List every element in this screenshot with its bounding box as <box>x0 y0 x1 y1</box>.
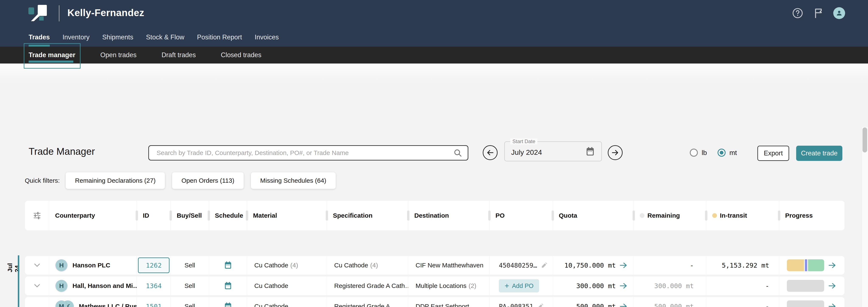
column-header-specification[interactable]: Specification <box>327 201 408 230</box>
table-row[interactable]: H Hall, Hanson and Mi… 1364 Sell Cu Cath… <box>25 276 844 295</box>
column-header-schedule[interactable]: Schedule <box>209 201 247 230</box>
filter-open-orders[interactable]: Open Orders (113) <box>172 172 244 189</box>
column-header-material[interactable]: Material <box>247 201 327 230</box>
quota-arrow-icon[interactable] <box>620 303 627 307</box>
progress-segment <box>787 259 804 271</box>
quota-cell: 300.000 mt <box>553 276 633 295</box>
export-button[interactable]: Export <box>757 146 789 161</box>
buy-sell-cell: Sell <box>170 256 209 275</box>
tab-open-trades[interactable]: Open trades <box>100 51 137 59</box>
unit-option-lb[interactable]: lb <box>690 149 707 157</box>
open-row-arrow-icon[interactable] <box>828 262 836 269</box>
arrow-right-icon <box>611 149 619 157</box>
add-po-button[interactable]: Add PO <box>499 279 539 293</box>
calendar-icon <box>224 302 232 307</box>
edit-po-icon[interactable] <box>541 262 547 269</box>
main-content: Trade Manager Start Date July 2024 <box>0 64 868 307</box>
vertical-scrollbar[interactable] <box>862 127 868 307</box>
nav-item-stock-flow[interactable]: Stock & Flow <box>146 33 184 46</box>
trade-id-cell[interactable]: 1262 <box>137 256 170 275</box>
header-divider <box>59 5 59 22</box>
column-header-in-transit[interactable]: In-transit <box>706 201 779 230</box>
counterparty-cell: H Hanson PLC <box>49 256 137 275</box>
counterparty-name: Mathews LLC / Russ… <box>79 303 137 307</box>
flag-icon[interactable] <box>812 7 824 19</box>
trade-id-cell[interactable]: 1364 <box>137 276 170 295</box>
nav-item-inventory[interactable]: Inventory <box>63 33 90 46</box>
help-icon[interactable] <box>792 7 804 19</box>
table-row[interactable]: M K Mathews LLC / Russ… 1501 Sell Cu Cat… <box>25 297 844 307</box>
schedule-cell[interactable] <box>209 276 247 295</box>
column-header-destination[interactable]: Destination <box>408 201 489 230</box>
counterparty-avatar: H <box>56 259 67 271</box>
logo-icon <box>27 4 48 22</box>
account-avatar-icon[interactable] <box>833 7 845 19</box>
scrollbar-thumb[interactable] <box>863 128 867 152</box>
expand-row-button[interactable] <box>25 276 49 295</box>
edit-po-icon[interactable] <box>537 303 544 307</box>
tab-trade-manager[interactable]: Trade manager <box>29 51 75 59</box>
schedule-cell[interactable] <box>209 297 247 307</box>
unit-toggle-group: lb mt <box>690 149 737 157</box>
calendar-picker-icon[interactable] <box>586 147 595 157</box>
radio-lb[interactable] <box>690 149 698 157</box>
column-settings-button[interactable] <box>25 201 49 230</box>
table-row[interactable]: H Hanson PLC 1262 Sell Cu Cathode(4) Cu … <box>25 256 844 275</box>
app-title: Kelly-Fernandez <box>67 7 144 19</box>
tab-closed-trades[interactable]: Closed trades <box>221 51 261 59</box>
specification-cell: Cu Cathode(4) <box>327 256 408 275</box>
destination-cell: Multiple Locations(2) <box>408 276 489 295</box>
remaining-cell: - <box>633 256 706 275</box>
tab-draft-trades[interactable]: Draft trades <box>161 51 196 59</box>
radio-mt[interactable] <box>717 149 725 157</box>
progress-segment <box>805 259 807 271</box>
column-header-progress[interactable]: Progress <box>779 201 844 230</box>
start-date-field[interactable]: Start Date July 2024 <box>504 141 602 161</box>
expand-row-button[interactable] <box>25 256 49 275</box>
nav-item-shipments[interactable]: Shipments <box>102 33 133 46</box>
column-header-quota[interactable]: Quota <box>553 201 633 230</box>
quota-arrow-icon[interactable] <box>620 262 627 269</box>
calendar-icon <box>224 282 232 290</box>
column-header-po[interactable]: PO <box>489 201 553 230</box>
nav-active-indicator <box>29 45 50 46</box>
create-trade-button[interactable]: Create trade <box>796 146 842 161</box>
progress-cell <box>779 256 844 275</box>
column-header-buy-sell[interactable]: Buy/Sell <box>170 201 209 230</box>
po-number: PA-008351 <box>499 303 533 307</box>
chevron-down-icon <box>34 263 40 267</box>
search-input[interactable] <box>149 146 453 160</box>
progress-bar <box>787 301 824 307</box>
filter-missing-schedules[interactable]: Missing Schedules (64) <box>251 172 336 189</box>
unit-option-mt[interactable]: mt <box>717 149 737 157</box>
app-header: Kelly-Fernandez Trades Inventory Shipmen… <box>0 0 868 46</box>
material-cell: Cu Cathode(4) <box>247 256 327 275</box>
nav-item-invoices[interactable]: Invoices <box>255 33 279 46</box>
open-row-arrow-icon[interactable] <box>828 303 836 307</box>
column-header-remaining[interactable]: Remaining <box>633 201 706 230</box>
counterparty-name: Hall, Hanson and Mi… <box>72 282 137 289</box>
plus-icon <box>504 283 509 288</box>
po-number: 450480259… <box>499 262 537 269</box>
in-transit-cell: 5,153.292 mt <box>706 256 779 275</box>
trade-id-cell[interactable]: 1501 <box>137 297 170 307</box>
column-header-id[interactable]: ID <box>137 201 170 230</box>
previous-month-button[interactable] <box>483 145 498 160</box>
trade-id-link[interactable]: 1364 <box>146 282 162 289</box>
trade-id-link[interactable]: 1501 <box>146 303 162 307</box>
counterparty-name: Hanson PLC <box>72 262 110 269</box>
column-header-counterparty[interactable]: Counterparty <box>49 201 137 230</box>
nav-item-position-report[interactable]: Position Report <box>197 33 242 46</box>
chevron-down-icon <box>34 284 40 288</box>
calendar-icon <box>224 261 232 269</box>
sub-tab-bar: Trade manager Open trades Draft trades C… <box>0 46 868 64</box>
page-title: Trade Manager <box>29 146 95 157</box>
schedule-cell[interactable] <box>209 256 247 275</box>
next-month-button[interactable] <box>608 145 623 160</box>
open-row-arrow-icon[interactable] <box>828 283 836 289</box>
quota-arrow-icon[interactable] <box>620 283 627 289</box>
filter-remaining-declarations[interactable]: Remaining Declarations (27) <box>66 172 165 189</box>
trade-id-link[interactable]: 1262 <box>138 258 169 273</box>
table-header: Counterparty ID Buy/Sell Schedule Materi… <box>25 201 844 230</box>
subtab-active-indicator <box>29 61 73 63</box>
